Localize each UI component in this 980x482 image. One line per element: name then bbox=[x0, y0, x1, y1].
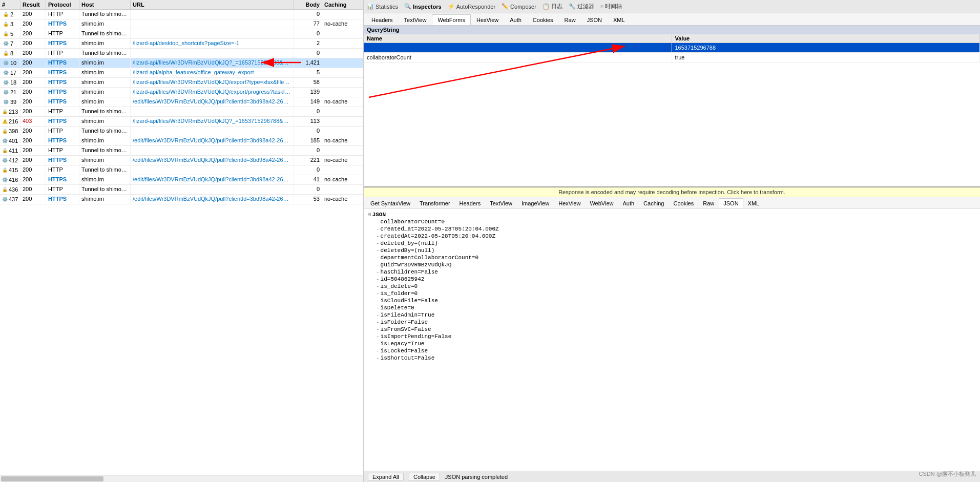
query-name-1: collaboratorCount bbox=[364, 53, 672, 62]
json-expand-19[interactable]: - bbox=[376, 355, 380, 361]
request-tab-cookies[interactable]: Cookies bbox=[527, 14, 559, 25]
table-row-9[interactable]: ⚙️39 200 HTTPS shimo.im /edit/files/Wr3D… bbox=[0, 97, 363, 107]
json-node-7: -hasChildren=False bbox=[368, 268, 976, 276]
cell-url-16 bbox=[131, 165, 294, 175]
topbar-item-statistics[interactable]: 📊Statistics bbox=[367, 3, 398, 10]
request-tab-xml[interactable]: XML bbox=[608, 14, 631, 25]
request-tab-raw[interactable]: Raw bbox=[559, 14, 581, 25]
response-tab-raw[interactable]: Raw bbox=[698, 198, 719, 208]
json-expand-root[interactable]: ⊟ bbox=[368, 212, 371, 218]
query-area[interactable]: 1653715296788 collaboratorCount true bbox=[364, 43, 980, 186]
cell-result-19: 200 bbox=[20, 195, 46, 204]
expand-all-button[interactable]: Expand All bbox=[368, 473, 404, 481]
json-expand-14[interactable]: - bbox=[376, 319, 380, 325]
response-tab-syntaxview[interactable]: Get SyntaxView bbox=[366, 198, 415, 208]
table-row-1[interactable]: 🔒3 200 HTTPS shimo.im 77 no-cache bbox=[0, 19, 363, 29]
cell-url-7: /lizard-api/files/Wr3DVRmBzVUdQkJQ/expor… bbox=[131, 78, 294, 87]
response-tab-xml[interactable]: XML bbox=[743, 198, 764, 208]
table-row-4[interactable]: 🔒8 200 HTTP Tunnel to shimo.im:443 0 bbox=[0, 49, 363, 58]
table-row-10[interactable]: 🔒213 200 HTTP Tunnel to shimo.im:443 0 bbox=[0, 107, 363, 117]
table-row-6[interactable]: ⚙️17 200 HTTPS shimo.im /lizard-api/alph… bbox=[0, 68, 363, 78]
row-icon-4: 🔒 bbox=[2, 50, 9, 57]
response-tab-textview[interactable]: TextView bbox=[485, 198, 517, 208]
cell-body-0: 0 bbox=[294, 10, 322, 19]
table-row-15[interactable]: ⚙️412 200 HTTPS shimo.im /edit/files/Wr3… bbox=[0, 156, 363, 165]
response-tab-auth[interactable]: Auth bbox=[618, 198, 639, 208]
table-row-16[interactable]: 🔒415 200 HTTP Tunnel to shimo.im:443 0 bbox=[0, 165, 363, 175]
table-row-5[interactable]: ⚙️10 200 HTTPS shimo.im /lizard-api/file… bbox=[0, 58, 363, 68]
cell-result-6: 200 bbox=[20, 68, 46, 77]
json-expand-8[interactable]: - bbox=[376, 276, 380, 282]
table-row-11[interactable]: ⚠️216 403 HTTPS shimo.im /lizard-api/fil… bbox=[0, 117, 363, 127]
table-row-18[interactable]: 🔒436 200 HTTP Tunnel to shimo.im:443 0 bbox=[0, 185, 363, 195]
response-tab-cookies[interactable]: Cookies bbox=[669, 198, 698, 208]
cell-body-2: 0 bbox=[294, 29, 322, 38]
response-tab-hexview[interactable]: HexView bbox=[554, 198, 585, 208]
json-expand-2[interactable]: - bbox=[376, 233, 380, 239]
response-tab-headers[interactable]: Headers bbox=[455, 198, 486, 208]
json-expand-9[interactable]: - bbox=[376, 283, 380, 289]
request-tab-webforms[interactable]: WebForms bbox=[432, 14, 471, 25]
info-bar[interactable]: Response is encoded and may require deco… bbox=[364, 187, 980, 197]
json-expand-6[interactable]: - bbox=[376, 262, 380, 268]
topbar-item-timeline[interactable]: ≡时间轴 bbox=[600, 3, 622, 10]
json-expand-11[interactable]: - bbox=[376, 298, 380, 304]
timeline-icon: ≡ bbox=[600, 4, 603, 10]
collapse-button[interactable]: Collapse bbox=[409, 473, 440, 481]
table-row-13[interactable]: ⚙️401 200 HTTPS shimo.im /edit/files/Wr3… bbox=[0, 136, 363, 146]
cell-caching-15: no-cache bbox=[322, 156, 363, 165]
json-view[interactable]: ⊟JSON -collaboratorCount=0 -created_at=2… bbox=[364, 208, 980, 471]
query-row-0[interactable]: 1653715296788 bbox=[364, 43, 980, 53]
json-expand-1[interactable]: - bbox=[376, 226, 380, 232]
json-expand-4[interactable]: - bbox=[376, 247, 380, 254]
table-row-19[interactable]: ⚙️437 200 HTTPS shimo.im /edit/files/Wr3… bbox=[0, 195, 363, 204]
scroll-thumb[interactable] bbox=[1, 476, 103, 481]
json-expand-12[interactable]: - bbox=[376, 305, 380, 311]
request-tab-json[interactable]: JSON bbox=[581, 14, 608, 25]
json-expand-0[interactable]: - bbox=[376, 219, 380, 225]
table-row-12[interactable]: 🔒398 200 HTTP Tunnel to shimo.im:443 0 bbox=[0, 127, 363, 136]
response-tab-caching[interactable]: Caching bbox=[639, 198, 669, 208]
json-expand-18[interactable]: - bbox=[376, 348, 380, 354]
table-row-17[interactable]: ⚙️416 200 HTTPS shimo.im /edit/files/Wr3… bbox=[0, 175, 363, 185]
json-expand-17[interactable]: - bbox=[376, 341, 380, 347]
table-row-14[interactable]: 🔒411 200 HTTP Tunnel to shimo.im:443 0 bbox=[0, 146, 363, 156]
response-tab-webview[interactable]: WebView bbox=[585, 198, 618, 208]
table-body[interactable]: 🔒2 200 HTTP Tunnel to shimo.im:443 0 🔒3 … bbox=[0, 10, 363, 475]
request-tab-headers[interactable]: Headers bbox=[366, 14, 399, 25]
table-row-8[interactable]: ⚙️21 200 HTTPS shimo.im /lizard-api/file… bbox=[0, 88, 363, 97]
table-row-0[interactable]: 🔒2 200 HTTP Tunnel to shimo.im:443 0 bbox=[0, 10, 363, 19]
request-tab-hexview[interactable]: HexView bbox=[471, 14, 504, 25]
horizontal-scrollbar[interactable] bbox=[0, 475, 363, 482]
cell-num-3: ⚙️7 bbox=[0, 39, 20, 48]
col-header-host: Host bbox=[79, 0, 131, 9]
topbar-item-log[interactable]: 📋日志 bbox=[543, 3, 562, 10]
response-tab-json[interactable]: JSON bbox=[719, 198, 743, 208]
request-tab-textview[interactable]: TextView bbox=[399, 14, 432, 25]
json-expand-10[interactable]: - bbox=[376, 290, 380, 297]
cell-result-15: 200 bbox=[20, 156, 46, 165]
table-row-3[interactable]: ⚙️7 200 HTTPS shimo.im /lizard-api/deskt… bbox=[0, 39, 363, 49]
cell-num-19: ⚙️437 bbox=[0, 195, 20, 204]
json-expand-3[interactable]: - bbox=[376, 240, 380, 246]
request-tab-auth[interactable]: Auth bbox=[504, 14, 527, 25]
json-expand-16[interactable]: - bbox=[376, 333, 380, 340]
table-row-2[interactable]: 🔒5 200 HTTP Tunnel to shimo.im:443 0 bbox=[0, 29, 363, 39]
cell-num-9: ⚙️39 bbox=[0, 97, 20, 107]
response-tab-transformer[interactable]: Transformer bbox=[415, 198, 455, 208]
json-expand-15[interactable]: - bbox=[376, 326, 380, 332]
query-row-1[interactable]: collaboratorCount true bbox=[364, 53, 980, 62]
table-row-7[interactable]: ⚙️18 200 HTTPS shimo.im /lizard-api/file… bbox=[0, 78, 363, 88]
cell-num-12: 🔒398 bbox=[0, 127, 20, 136]
col-header-result: Result bbox=[20, 0, 46, 9]
topbar-item-autoresponder[interactable]: ⚡AutoResponder bbox=[448, 3, 495, 10]
topbar-item-composer[interactable]: ✏️Composer bbox=[502, 3, 536, 10]
json-expand-5[interactable]: - bbox=[376, 255, 380, 261]
response-tab-imageview[interactable]: ImageView bbox=[517, 198, 554, 208]
json-expand-13[interactable]: - bbox=[376, 312, 380, 318]
topbar-item-inspectors[interactable]: 🔍Inspectors bbox=[404, 3, 442, 10]
topbar-item-filter[interactable]: 🔧过滤器 bbox=[569, 3, 594, 10]
response-tabs: Get SyntaxViewTransformerHeadersTextView… bbox=[364, 197, 980, 208]
json-expand-7[interactable]: - bbox=[376, 269, 380, 275]
json-node-0: -collaboratorCount=0 bbox=[368, 218, 976, 225]
